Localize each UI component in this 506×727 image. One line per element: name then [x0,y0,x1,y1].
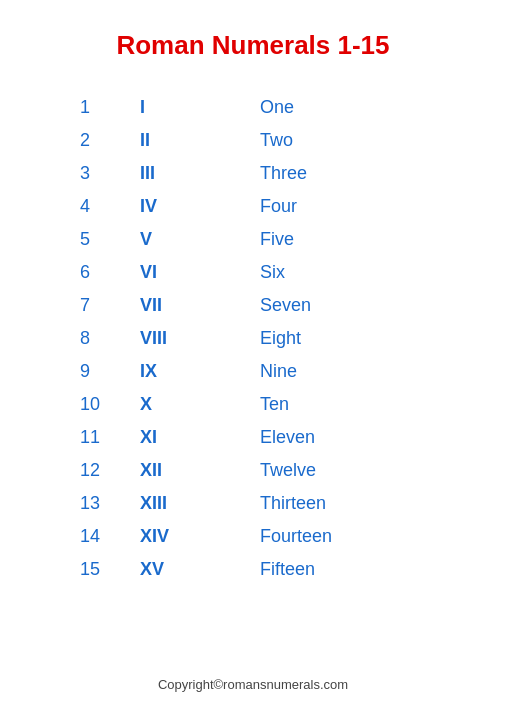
number-cell: 13 [20,487,100,520]
table-row: 13XIIIThirteen [20,487,486,520]
roman-cell: XIII [100,487,220,520]
number-cell: 1 [20,91,100,124]
word-cell: Six [220,256,486,289]
table-row: 2IITwo [20,124,486,157]
number-cell: 14 [20,520,100,553]
number-cell: 12 [20,454,100,487]
roman-cell: V [100,223,220,256]
table-row: 1IOne [20,91,486,124]
footer-copyright: Copyright©romansnumerals.com [158,657,348,707]
word-cell: Two [220,124,486,157]
roman-cell: XI [100,421,220,454]
table-row: 5VFive [20,223,486,256]
roman-cell: XII [100,454,220,487]
number-cell: 10 [20,388,100,421]
number-cell: 15 [20,553,100,586]
roman-cell: X [100,388,220,421]
roman-cell: II [100,124,220,157]
roman-cell: VIII [100,322,220,355]
word-cell: Four [220,190,486,223]
word-cell: Seven [220,289,486,322]
roman-cell: I [100,91,220,124]
number-cell: 3 [20,157,100,190]
word-cell: Fifteen [220,553,486,586]
table-row: 10XTen [20,388,486,421]
number-cell: 5 [20,223,100,256]
word-cell: One [220,91,486,124]
word-cell: Twelve [220,454,486,487]
number-cell: 6 [20,256,100,289]
table-row: 3IIIThree [20,157,486,190]
table-row: 8VIIIEight [20,322,486,355]
number-cell: 8 [20,322,100,355]
number-cell: 7 [20,289,100,322]
roman-cell: VI [100,256,220,289]
page-container: Roman Numerals 1-15 1IOne2IITwo3IIIThree… [0,0,506,727]
word-cell: Three [220,157,486,190]
table-row: 7VIISeven [20,289,486,322]
table-row: 15XVFifteen [20,553,486,586]
word-cell: Nine [220,355,486,388]
number-cell: 2 [20,124,100,157]
page-title: Roman Numerals 1-15 [116,30,389,61]
numerals-table: 1IOne2IITwo3IIIThree4IVFour5VFive6VISix7… [20,91,486,586]
number-cell: 11 [20,421,100,454]
word-cell: Eleven [220,421,486,454]
table-row: 11XIEleven [20,421,486,454]
roman-cell: IX [100,355,220,388]
table-row: 14XIVFourteen [20,520,486,553]
roman-cell: XV [100,553,220,586]
table-row: 12XIITwelve [20,454,486,487]
roman-cell: VII [100,289,220,322]
roman-cell: XIV [100,520,220,553]
word-cell: Thirteen [220,487,486,520]
word-cell: Eight [220,322,486,355]
table-row: 4IVFour [20,190,486,223]
word-cell: Ten [220,388,486,421]
table-row: 6VISix [20,256,486,289]
roman-cell: IV [100,190,220,223]
number-cell: 4 [20,190,100,223]
roman-cell: III [100,157,220,190]
table-row: 9IXNine [20,355,486,388]
number-cell: 9 [20,355,100,388]
word-cell: Fourteen [220,520,486,553]
word-cell: Five [220,223,486,256]
